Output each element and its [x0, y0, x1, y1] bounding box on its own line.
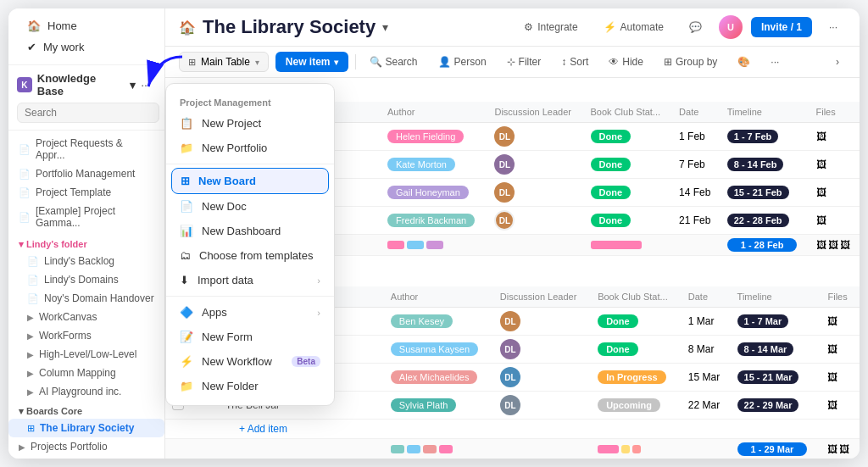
sidebar-item-lindys-backlog[interactable]: 📄 Lindy's Backlog — [8, 252, 164, 270]
dropdown-item-import-data[interactable]: ⬇ Import data › — [166, 268, 334, 292]
group-by-button[interactable]: ⊞ Group by — [657, 53, 724, 71]
sidebar-item-lindys-domains[interactable]: 📄 Lindy's Domains — [8, 270, 164, 289]
discussion-avatar: DL — [494, 154, 515, 175]
discussion-avatar: DL — [494, 182, 515, 203]
author-cell: Alex Michaelides — [391, 370, 478, 384]
doc-icon: 📄 — [19, 187, 31, 198]
sidebar-item-home[interactable]: 🏠 Home — [19, 15, 154, 36]
dropdown-item-new-project[interactable]: 📋 New Project — [166, 111, 334, 136]
timeline-badge: 8 - 14 Mar — [737, 342, 794, 356]
table-selector[interactable]: ⊞ Main Table ▾ — [179, 52, 269, 72]
templates-icon: 🗂 — [180, 249, 191, 262]
file-icon: 🖼 — [827, 399, 837, 411]
group-icon: ⊞ — [664, 56, 672, 68]
timeline-badge: 22 - 29 Mar — [737, 398, 799, 412]
new-doc-icon: 📄 — [180, 200, 193, 213]
new-form-icon: 📝 — [180, 331, 193, 343]
paint-brush-button[interactable]: 🎨 — [731, 53, 757, 71]
sidebar-item-highlow[interactable]: ▶ High-Level/Low-Level — [8, 345, 164, 364]
timeline-badge: 15 - 21 Feb — [727, 186, 789, 199]
sidebar-item-ai-playground[interactable]: ▶ AI Playground inc. — [8, 382, 164, 401]
integrate-button[interactable]: ⚙ Integrate — [515, 17, 586, 37]
sidebar-item-portfolio-management[interactable]: 📄 Portfolio Management — [8, 164, 164, 183]
group-summary-row-march: 1 - 29 Mar 🖼 🖼 — [165, 439, 860, 459]
person-button[interactable]: 👤 Person — [431, 53, 493, 71]
new-folder-icon: 📁 — [180, 380, 193, 392]
file-icon: 🖼 — [827, 343, 837, 355]
file-icon: 🖼 — [816, 186, 826, 198]
file-swatches: 🖼 🖼 🖼 — [816, 239, 854, 251]
file-icon: 🖼 — [827, 371, 837, 383]
paint-icon: 🎨 — [737, 56, 750, 68]
dropdown-item-new-board[interactable]: ⊞ New Board — [171, 168, 329, 194]
sidebar-item-project-template[interactable]: 📄 Project Template — [8, 183, 164, 202]
search-button[interactable]: 🔍 Search — [363, 53, 425, 71]
sidebar-item-noy-handover[interactable]: 📄 Noy's Domain Handover — [8, 289, 164, 308]
new-item-chevron: ▾ — [334, 58, 338, 67]
status-badge: Done — [598, 342, 638, 356]
user-avatar[interactable]: U — [719, 15, 743, 39]
collapse-button[interactable]: › — [829, 53, 846, 71]
chevron-icon: ▶ — [27, 331, 34, 341]
invite-button[interactable]: Invite / 1 — [751, 17, 812, 37]
sidebar-item-projects-portfolio-2[interactable]: ▶ Projects Portfolio — [8, 456, 164, 459]
status-swatches — [591, 241, 666, 249]
chat-button[interactable]: 💬 — [681, 17, 710, 37]
add-item-button[interactable]: + Add item — [225, 418, 301, 440]
workspace-chevron: ▾ — [130, 79, 136, 92]
doc-icon: 📄 — [27, 293, 39, 304]
new-item-button[interactable]: New item ▾ — [275, 52, 348, 72]
dropdown-item-new-folder[interactable]: 📁 New Folder — [166, 374, 334, 398]
sidebar-item-project-requests[interactable]: 📄 Project Requests & Appr... — [8, 134, 164, 164]
page-title: The Library Society — [203, 16, 376, 38]
automate-button[interactable]: ⚡ Automate — [595, 17, 672, 37]
board-icon: ⊞ — [27, 423, 35, 434]
sidebar-item-column-mapping[interactable]: ▶ Column Mapping — [8, 364, 164, 382]
sidebar-item-example-project[interactable]: 📄 [Example] Project Gamma... — [8, 202, 164, 232]
hide-icon: 👁 — [609, 56, 619, 68]
sort-button[interactable]: ↕ Sort — [554, 53, 595, 71]
sidebar-tree: 📄 Project Requests & Appr... 📄 Portfolio… — [8, 131, 164, 459]
file-icon: 🖼 — [816, 214, 826, 226]
timeline-badge: 1 - 7 Feb — [727, 130, 779, 143]
dropdown-item-new-portfolio[interactable]: 📁 New Portfolio — [166, 136, 334, 160]
author-cell: Helen Fielding — [387, 130, 464, 143]
toolbar-divider — [355, 54, 356, 69]
dropdown-item-new-form[interactable]: 📝 New Form — [166, 325, 334, 349]
dropdown-item-apps[interactable]: 🔷 Apps › — [166, 300, 334, 325]
filter-button[interactable]: ⊹ Filter — [500, 53, 548, 71]
dropdown-item-new-doc[interactable]: 📄 New Doc — [166, 194, 334, 219]
dropdown-item-new-dashboard[interactable]: 📊 New Dashboard — [166, 219, 334, 243]
file-icon: 🖼 — [816, 239, 826, 251]
toolbar-more-button[interactable]: ··· — [764, 53, 786, 71]
author-cell: Fredrik Backman — [387, 214, 475, 227]
dropdown-item-new-workflow[interactable]: ⚡ New Workflow Beta — [166, 349, 334, 374]
arrow-annotation — [140, 53, 191, 107]
filter-icon: ⊹ — [507, 56, 515, 68]
more-options-button[interactable]: ··· — [821, 17, 846, 37]
summary-timeline: 1 - 28 Feb — [727, 238, 798, 252]
sidebar-item-projects-portfolio-1[interactable]: ▶ Projects Portfolio — [8, 437, 164, 456]
sidebar-item-mywork[interactable]: ✔ My work — [19, 36, 154, 58]
search-input[interactable] — [17, 103, 159, 123]
sidebar-item-workforms[interactable]: ▶ WorkForms — [8, 326, 164, 345]
hide-button[interactable]: 👁 Hide — [602, 53, 650, 71]
author-cell: Sylvia Plath — [391, 398, 456, 412]
timeline-badge: 8 - 14 Feb — [727, 158, 784, 171]
status-badge: Done — [598, 314, 638, 328]
dropdown-menu: Project Management 📋 New Project 📁 New P… — [165, 83, 335, 406]
chevron-icon: ▶ — [19, 442, 25, 452]
main-header: 🏠 The Library Society ▾ ⚙ Integrate ⚡ Au… — [165, 8, 860, 47]
apps-icon: 🔷 — [180, 306, 193, 319]
file-icon: 🖼 — [816, 131, 826, 142]
sidebar-item-workcanvas[interactable]: ▶ WorkCanvas — [8, 308, 164, 326]
automate-icon: ⚡ — [604, 21, 616, 33]
title-chevron[interactable]: ▾ — [382, 20, 388, 34]
file-icon: 🖼 — [828, 239, 838, 251]
dropdown-divider-2 — [166, 296, 334, 297]
file-icon: 🖼 — [840, 239, 850, 251]
workspace-name[interactable]: K Knowledge Base ▾ — [17, 72, 136, 97]
sidebar-item-library-society[interactable]: ⊞ The Library Society — [8, 419, 164, 437]
discussion-avatar: DL — [500, 311, 520, 331]
dropdown-item-choose-templates[interactable]: 🗂 Choose from templates — [166, 243, 334, 268]
